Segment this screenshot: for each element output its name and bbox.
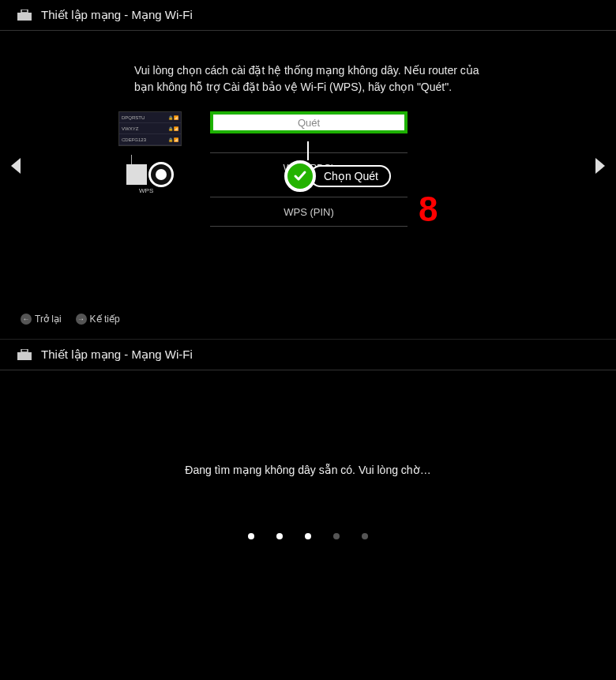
- wps-label: WPS: [139, 187, 153, 194]
- toolbox-icon: [17, 9, 32, 21]
- progress-dot: [333, 533, 340, 539]
- next-button[interactable]: → Kế tiếp: [76, 314, 120, 325]
- wps-thumbnail: [126, 162, 174, 187]
- nav-right-arrow[interactable]: [595, 158, 605, 174]
- wps-pin-label: WPS (PIN): [284, 206, 334, 218]
- lock-wifi-icon: 🔒 📶: [168, 126, 178, 131]
- network-item: CDEFG123: [122, 137, 168, 142]
- wps-button-icon: [148, 162, 174, 187]
- svg-rect-3: [21, 349, 28, 352]
- progress-dot: [362, 533, 368, 539]
- page-title: Thiết lập mạng - Mạng Wi-Fi: [41, 8, 193, 22]
- svg-rect-0: [17, 13, 32, 21]
- next-label: Kế tiếp: [90, 314, 120, 325]
- header: Thiết lập mạng - Mạng Wi-Fi: [0, 0, 616, 31]
- callout-text: Chọn Quét: [310, 165, 391, 187]
- progress-dot: [248, 533, 254, 539]
- toolbox-icon: [17, 349, 32, 360]
- check-icon: [284, 160, 316, 192]
- scan-button[interactable]: Quét: [210, 111, 408, 133]
- step-number-annotation: 8: [419, 190, 438, 229]
- instruction-text: Vui lòng chọn cách cài đặt hệ thống mạng…: [0, 31, 616, 111]
- progress-dot: [276, 533, 283, 539]
- progress-dots: [0, 533, 616, 539]
- scan-button-label: Quét: [298, 117, 320, 129]
- wps-pin-option[interactable]: WPS (PIN): [210, 197, 408, 227]
- svg-rect-2: [17, 352, 32, 360]
- router-icon: [126, 164, 147, 185]
- back-icon: ←: [21, 314, 32, 325]
- lock-wifi-icon: 🔒 📶: [168, 115, 178, 120]
- callout-annotation: Chọn Quét: [284, 141, 391, 192]
- options-area: DPQRSTU🔒 📶 VWXYZ🔒 📶 CDEFG123🔒 📶 Quét WPS…: [0, 111, 616, 227]
- progress-dot: [305, 533, 311, 539]
- back-label: Trở lại: [35, 314, 62, 325]
- back-button[interactable]: ← Trở lại: [21, 314, 62, 325]
- network-list-thumbnail: DPQRSTU🔒 📶 VWXYZ🔒 📶 CDEFG123🔒 📶: [118, 111, 182, 146]
- nav-left-arrow[interactable]: [11, 158, 21, 174]
- footer-nav: ← Trở lại → Kế tiếp: [21, 314, 120, 325]
- header: Thiết lập mạng - Mạng Wi-Fi: [0, 340, 616, 370]
- lock-wifi-icon: 🔒 📶: [168, 137, 178, 142]
- network-item: DPQRSTU: [122, 115, 168, 120]
- network-item: VWXYZ: [122, 126, 168, 131]
- page-title: Thiết lập mạng - Mạng Wi-Fi: [41, 348, 193, 362]
- svg-rect-1: [21, 9, 28, 13]
- network-setup-method-screen: Thiết lập mạng - Mạng Wi-Fi Vui lòng chọ…: [0, 0, 616, 340]
- callout-pointer: [307, 141, 309, 160]
- searching-text: Đang tìm mạng không dây sẵn có. Vui lòng…: [0, 370, 616, 476]
- next-icon: →: [76, 314, 87, 325]
- network-searching-screen: Thiết lập mạng - Mạng Wi-Fi Đang tìm mạn…: [0, 340, 616, 680]
